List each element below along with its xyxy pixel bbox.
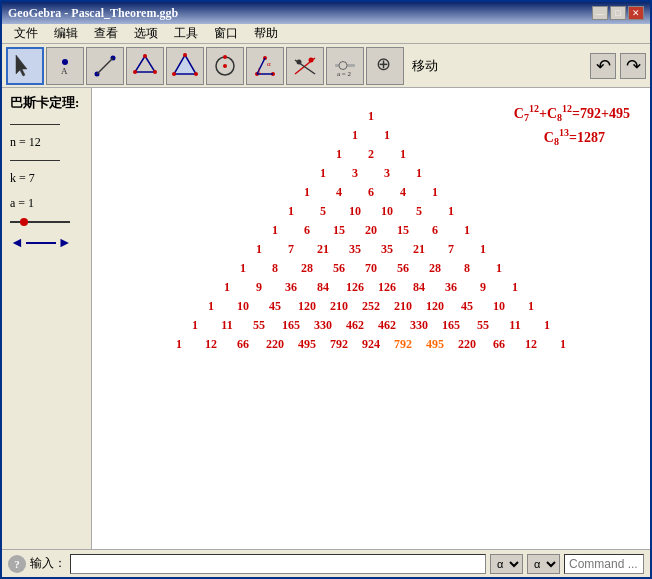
pascal-cell: 1 bbox=[339, 127, 371, 144]
k-divider bbox=[10, 160, 60, 161]
pascal-cell: 1 bbox=[211, 279, 243, 296]
tool-move-viewport[interactable]: ⊕ bbox=[366, 47, 404, 85]
pascal-cell: 120 bbox=[419, 298, 451, 315]
tool-triangle[interactable] bbox=[166, 47, 204, 85]
title-bar: GeoGebra - Pascal_Theorem.ggb — □ ✕ bbox=[2, 2, 650, 24]
pascal-cell: 10 bbox=[227, 298, 259, 315]
svg-point-1 bbox=[62, 59, 68, 65]
pascal-cell: 9 bbox=[243, 279, 275, 296]
menu-view[interactable]: 查看 bbox=[86, 23, 126, 44]
tool-circle[interactable] bbox=[206, 47, 244, 85]
pascal-cell: 10 bbox=[339, 203, 371, 220]
redo-button[interactable]: ↷ bbox=[620, 53, 646, 79]
menu-tools[interactable]: 工具 bbox=[166, 23, 206, 44]
pascal-cell: 252 bbox=[355, 298, 387, 315]
sidebar-title: 巴斯卡定理: bbox=[10, 94, 83, 112]
status-bar: ? 输入： α α bbox=[2, 549, 650, 577]
pascal-cell: 165 bbox=[435, 317, 467, 334]
undo-button[interactable]: ↶ bbox=[590, 53, 616, 79]
pascal-cell: 3 bbox=[371, 165, 403, 182]
pascal-cell: 6 bbox=[355, 184, 387, 201]
pascal-cell: 1 bbox=[259, 222, 291, 239]
close-button[interactable]: ✕ bbox=[628, 6, 644, 20]
pascal-cell: 1 bbox=[419, 184, 451, 201]
sidebar: 巴斯卡定理: n = 12 k = 7 a = 1 ◄ ► bbox=[2, 88, 92, 549]
pascal-cell: 5 bbox=[307, 203, 339, 220]
tool-line[interactable] bbox=[86, 47, 124, 85]
svg-point-28 bbox=[339, 61, 347, 69]
dropdown-alpha2[interactable]: α bbox=[527, 554, 560, 574]
arrow-right-icon: ► bbox=[58, 235, 72, 251]
maximize-button[interactable]: □ bbox=[610, 6, 626, 20]
svg-point-9 bbox=[133, 70, 137, 74]
pascal-cell: 330 bbox=[307, 317, 339, 334]
pascal-cell: 10 bbox=[371, 203, 403, 220]
tool-polygon[interactable] bbox=[126, 47, 164, 85]
command-field[interactable] bbox=[564, 554, 644, 574]
svg-point-24 bbox=[309, 57, 314, 62]
pascal-cell: 792 bbox=[323, 336, 355, 353]
pascal-cell: 1 bbox=[467, 241, 499, 258]
pascal-row: 11 bbox=[339, 127, 403, 144]
a-slider-handle[interactable] bbox=[20, 218, 28, 226]
menu-file[interactable]: 文件 bbox=[6, 23, 46, 44]
minimize-button[interactable]: — bbox=[592, 6, 608, 20]
move-viewport-icon: ⊕ bbox=[371, 52, 399, 80]
pascal-cell: 20 bbox=[355, 222, 387, 239]
pascal-cell: 9 bbox=[467, 279, 499, 296]
arrow-left-icon: ◄ bbox=[10, 235, 24, 251]
pascal-cell: 165 bbox=[275, 317, 307, 334]
dropdown-alpha1[interactable]: α bbox=[490, 554, 523, 574]
pascal-cell: 1 bbox=[547, 336, 579, 353]
slider-icon: a = 2 bbox=[331, 52, 359, 80]
pascal-cell: 66 bbox=[483, 336, 515, 353]
pascal-cell: 6 bbox=[291, 222, 323, 239]
menu-help[interactable]: 帮助 bbox=[246, 23, 286, 44]
pascal-cell: 84 bbox=[307, 279, 339, 296]
tool-point[interactable]: A bbox=[46, 47, 84, 85]
pascal-cell: 1 bbox=[275, 203, 307, 220]
pascal-cell: 8 bbox=[451, 260, 483, 277]
svg-point-8 bbox=[153, 70, 157, 74]
tool-pointer[interactable] bbox=[6, 47, 44, 85]
pascal-cell: 10 bbox=[483, 298, 515, 315]
move-label: 移动 bbox=[412, 57, 438, 75]
command-input[interactable] bbox=[70, 554, 486, 574]
tool-angle[interactable]: α bbox=[246, 47, 284, 85]
svg-marker-10 bbox=[174, 55, 196, 74]
pascal-cell: 1 bbox=[307, 165, 339, 182]
pascal-row: 1126622049579292479249522066121 bbox=[163, 336, 579, 353]
pascal-cell: 1 bbox=[355, 108, 387, 125]
pascal-cell: 210 bbox=[387, 298, 419, 315]
k-value: k = 7 bbox=[10, 171, 83, 186]
toolbar-right: ↶ ↷ bbox=[590, 53, 646, 79]
pascal-cell: 15 bbox=[323, 222, 355, 239]
arrow-row: ◄ ► bbox=[10, 235, 83, 251]
pascal-row: 15101051 bbox=[275, 203, 467, 220]
pascal-cell: 8 bbox=[259, 260, 291, 277]
pascal-cell: 35 bbox=[339, 241, 371, 258]
menu-options[interactable]: 选项 bbox=[126, 23, 166, 44]
a-slider-track[interactable] bbox=[10, 221, 70, 223]
pascal-cell: 70 bbox=[355, 260, 387, 277]
pascal-cell: 1 bbox=[323, 146, 355, 163]
pascal-cell: 1 bbox=[227, 260, 259, 277]
pascal-cell: 45 bbox=[451, 298, 483, 315]
pascal-cell: 1 bbox=[403, 165, 435, 182]
pascal-row: 193684126126843691 bbox=[211, 279, 531, 296]
pascal-cell: 45 bbox=[259, 298, 291, 315]
tool-intersect[interactable] bbox=[286, 47, 324, 85]
pascal-cell: 1 bbox=[499, 279, 531, 296]
pascal-row: 1115516533046246233016555111 bbox=[179, 317, 563, 334]
menu-edit[interactable]: 编辑 bbox=[46, 23, 86, 44]
canvas-area[interactable]: C712+C812=792+495 C813=1287 111121133114… bbox=[92, 88, 650, 549]
menu-window[interactable]: 窗口 bbox=[206, 23, 246, 44]
pascal-cell: 220 bbox=[451, 336, 483, 353]
angle-icon: α bbox=[251, 52, 279, 80]
svg-point-15 bbox=[223, 64, 227, 68]
pascal-row: 1104512021025221012045101 bbox=[195, 298, 547, 315]
tool-slider[interactable]: a = 2 bbox=[326, 47, 364, 85]
pascal-cell: 35 bbox=[371, 241, 403, 258]
pascal-cell: 4 bbox=[323, 184, 355, 201]
a-slider-row bbox=[10, 221, 83, 223]
